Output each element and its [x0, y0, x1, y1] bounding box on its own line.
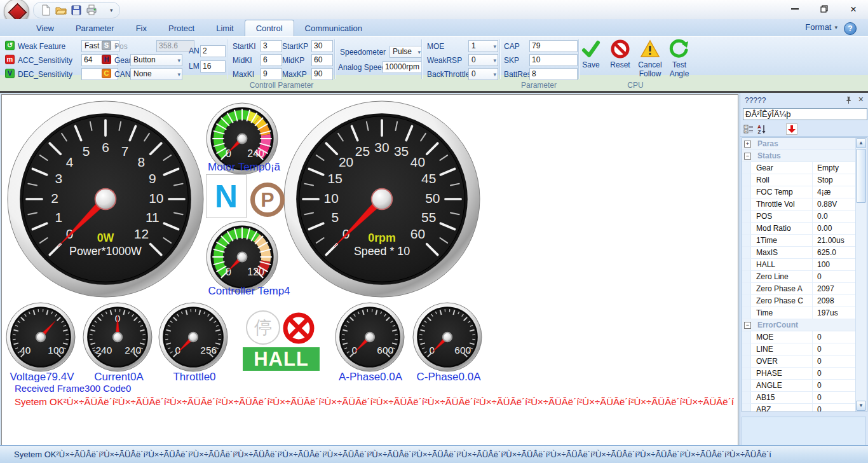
property-row[interactable]: Throttle Vol0.88V — [742, 198, 856, 211]
can-dropdown[interactable]: None▾ — [130, 68, 182, 80]
weakrsp-dropdown[interactable]: 0▾ — [468, 54, 498, 66]
tab-limit[interactable]: Limit — [205, 21, 244, 36]
section-header-status[interactable]: −Status — [742, 150, 856, 162]
minimize-button[interactable] — [780, 0, 810, 18]
panel-search-input[interactable]: ÐÂ²ÎÊýÎÄ¼þ — [743, 108, 867, 120]
tab-view[interactable]: View — [25, 21, 65, 36]
cap-input[interactable]: 79 — [529, 40, 578, 52]
property-row[interactable]: Zero Line0 — [742, 271, 856, 283]
svg-text:40: 40 — [410, 155, 425, 169]
tab-protect[interactable]: Protect — [158, 21, 205, 36]
pin-icon[interactable] — [845, 96, 852, 106]
backthrottle-label: BackThrottle — [427, 70, 470, 79]
midkp-input[interactable]: 60 — [311, 54, 333, 66]
svg-text:35: 35 — [394, 144, 409, 158]
tab-communication[interactable]: Communication — [294, 21, 373, 36]
open-folder-icon[interactable] — [55, 4, 67, 16]
property-row[interactable]: OVER0 — [742, 356, 856, 368]
scroll-down-icon[interactable]: ▼ — [856, 401, 866, 411]
collapse-icon[interactable]: − — [744, 322, 751, 329]
maxkp-input[interactable]: 90 — [311, 68, 333, 80]
acc-sensitivity-input[interactable]: 64 — [81, 54, 118, 66]
app-window: ▾ × ViewParameterFixProtectLimitControlC… — [0, 0, 868, 463]
red-down-arrow-icon[interactable] — [786, 123, 797, 135]
svg-text:5: 5 — [83, 144, 90, 158]
property-row[interactable]: ABZ0 — [742, 404, 856, 412]
property-row[interactable]: ANGLE0 — [742, 380, 856, 392]
format-menu[interactable]: Format ▾ — [805, 22, 837, 32]
save-button[interactable]: Save — [577, 39, 605, 69]
weak-feature-dropdown[interactable]: Fast▾ — [81, 40, 119, 52]
print-icon[interactable] — [86, 4, 97, 16]
property-row[interactable]: Time197us — [742, 307, 856, 319]
gear-label: Gear — [114, 56, 132, 65]
property-row[interactable]: PHASE0 — [742, 368, 856, 380]
gear-neutral-indicator: N — [206, 174, 247, 218]
can-icon: C — [102, 69, 111, 78]
sort-alphabetical-icon[interactable]: AZ — [757, 124, 767, 137]
startki-input[interactable]: 3 — [261, 40, 282, 52]
svg-text:Z: Z — [758, 129, 761, 134]
close-icon[interactable]: × — [858, 94, 864, 104]
speedometer-dropdown[interactable]: Pulse▾ — [390, 46, 423, 58]
chevron-down-icon: ▾ — [834, 24, 837, 31]
new-document-icon[interactable] — [40, 4, 51, 16]
svg-text:Power*1000W: Power*1000W — [69, 245, 142, 258]
property-row[interactable]: LINE0 — [742, 343, 856, 356]
moe-dropdown[interactable]: 1▾ — [468, 40, 498, 52]
check-icon — [581, 39, 601, 59]
scroll-up-icon[interactable]: ▲ — [856, 138, 866, 148]
collapse-icon[interactable]: − — [744, 153, 751, 160]
property-row[interactable]: HALL100 — [742, 259, 856, 271]
dec-sensitivity-input[interactable] — [81, 68, 118, 80]
tab-parameter[interactable]: Parameter — [65, 21, 125, 36]
startkp-input[interactable]: 30 — [311, 40, 333, 52]
property-row[interactable]: FOC Temp4¡æ — [742, 186, 856, 198]
section-header-paras[interactable]: +Paras — [742, 138, 856, 150]
gear-dropdown[interactable]: Button▾ — [130, 54, 182, 66]
gear-icon: H — [102, 55, 111, 64]
tab-fix[interactable]: Fix — [125, 21, 158, 36]
svg-text:240: 240 — [247, 148, 264, 159]
categorized-icon[interactable]: ++ — [743, 124, 754, 137]
skp-input[interactable]: 10 — [529, 54, 578, 66]
ribbon-tab-row: ViewParameterFixProtectLimitControlCommu… — [0, 19, 868, 36]
lm-input[interactable]: 16 — [200, 60, 226, 73]
property-row[interactable]: AB150 — [742, 392, 856, 404]
property-row[interactable]: Zero Phase A2097 — [742, 283, 856, 295]
property-row[interactable]: Mod Ratio0.00 — [742, 223, 856, 235]
can-label: CAN — [114, 70, 130, 79]
svg-text:600: 600 — [377, 345, 393, 356]
panel-description-box — [742, 417, 866, 446]
maxki-input[interactable]: 9 — [261, 68, 282, 80]
property-row[interactable]: Zero Phase C2098 — [742, 295, 856, 307]
save-icon[interactable] — [71, 4, 82, 16]
tab-control[interactable]: Control — [245, 20, 294, 36]
chevron-down-icon: ▾ — [417, 47, 421, 58]
section-header-errorcount[interactable]: −ErrorCount — [742, 319, 856, 331]
expand-icon[interactable]: + — [744, 141, 751, 148]
scrollbar[interactable]: ▲ ▼ — [855, 138, 867, 411]
battres-input[interactable]: 8 — [529, 68, 578, 80]
property-row[interactable]: MaxIS625.0 — [742, 247, 856, 259]
svg-text:240: 240 — [125, 345, 141, 356]
property-row[interactable]: 1Time21.00us — [742, 235, 856, 247]
customize-quick-access-icon[interactable]: ▾ — [110, 7, 113, 13]
test-angle-button[interactable]: Test Angle — [665, 39, 694, 78]
property-row[interactable]: POS0.0 — [742, 211, 856, 223]
analog-speedometer-input[interactable]: 10000rpm — [383, 61, 423, 73]
reset-button[interactable]: Reset — [606, 39, 634, 69]
an-input[interactable]: 2 — [200, 45, 226, 57]
property-row[interactable]: GearEmpty — [742, 162, 856, 174]
restore-button[interactable] — [810, 0, 839, 18]
cancel-follow-button[interactable]: Cancel Follow — [634, 39, 666, 78]
help-icon[interactable]: ? — [844, 22, 857, 35]
midki-input[interactable]: 6 — [261, 54, 282, 66]
property-row[interactable]: RollStop — [742, 174, 856, 186]
speed-gauge: 0510152025303540455055600rpmSpeed * 10 — [283, 100, 480, 298]
backthrottle-dropdown[interactable]: 0▾ — [468, 68, 498, 80]
circular-arrow-icon — [669, 39, 689, 59]
scrollbar-thumb[interactable] — [856, 149, 866, 203]
property-row[interactable]: MOE0 — [742, 331, 856, 343]
close-button[interactable]: × — [839, 0, 868, 18]
